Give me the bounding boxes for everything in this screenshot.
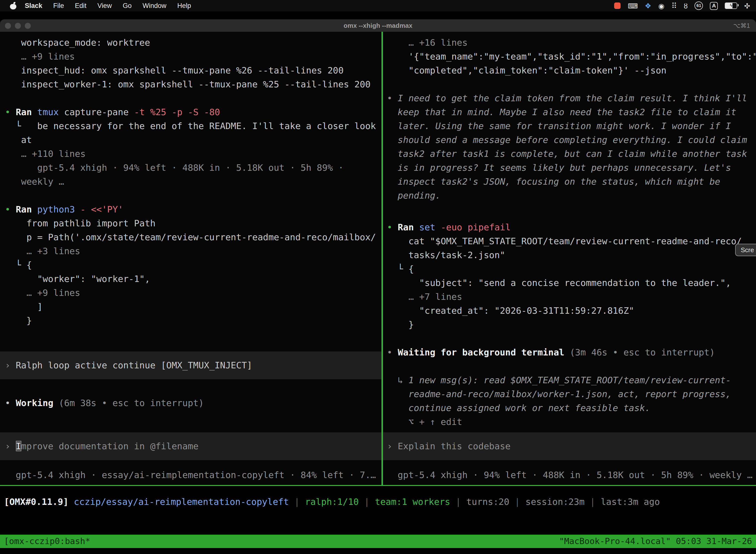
- pane-right-transcript: … +16 lines '{"team_name":"my-team","tas…: [383, 32, 756, 429]
- desktop: Slack FileEditViewGoWindowHelp ⌨❖◉⠿ȣ61Aϟ…: [0, 0, 756, 554]
- screen-edge-tooltip: Scre: [736, 244, 756, 256]
- terminal-line: … +3 lines: [0, 244, 381, 258]
- terminal-body: workspace_mode: worktree … +9 lines insp…: [0, 32, 756, 535]
- window-titlebar[interactable]: omx --xhigh --madmax ⌥⌘1: [0, 19, 756, 32]
- thinking-paragraph: • I need to get the claim token from the…: [383, 91, 756, 203]
- apple-menu-icon[interactable]: [10, 2, 16, 9]
- terminal-line: "subject": "send a concise recommendatio…: [383, 276, 756, 290]
- battery-percent-badge[interactable]: 61: [695, 1, 703, 10]
- omx-status-line: [OMX#0.11.9] cczip/essay/ai-reimplementa…: [0, 486, 756, 535]
- terminal-line: workspace_mode: worktree: [0, 36, 381, 50]
- menu-app-name[interactable]: Slack: [19, 2, 48, 9]
- terminal-pane-right[interactable]: … +16 lines '{"team_name":"my-team","tas…: [383, 32, 756, 485]
- window-title: omx --xhigh --madmax: [0, 22, 756, 29]
- terminal-line: • Waiting for background terminal (3m 46…: [383, 345, 756, 359]
- terminal-line: weekly …: [0, 175, 381, 189]
- menu-file[interactable]: File: [48, 2, 70, 9]
- terminal-line: gpt-5.4 xhigh · essay/ai-reimplementatio…: [0, 468, 381, 482]
- close-button[interactable]: [5, 22, 11, 29]
- pane-left-bottom: › Improve documentation in @filename gpt…: [0, 432, 381, 485]
- menu-edit[interactable]: Edit: [69, 2, 92, 9]
- terminal-line: from pathlib import Path: [0, 216, 381, 230]
- terminal-line: '{"team_name":"my-team","task_id":"1","f…: [383, 50, 756, 63]
- terminal-line: └ {: [0, 258, 381, 272]
- terminal-line: └ {: [383, 262, 756, 276]
- prompt-input[interactable]: › Improve documentation in @filename: [0, 432, 381, 460]
- tmux-host-clock: "MacBook-Pro-44.local" 05:03 31-Mar-26: [559, 535, 752, 548]
- menu-bar: Slack FileEditViewGoWindowHelp ⌨❖◉⠿ȣ61Aϟ…: [0, 0, 756, 11]
- terminal-line: [0, 91, 381, 105]
- terminal-line: … +110 lines: [0, 147, 381, 161]
- terminal-line: ]: [0, 300, 381, 314]
- traffic-lights: [0, 22, 31, 29]
- terminal-line: [383, 332, 756, 345]
- terminal-line: [383, 203, 756, 216]
- terminal-line: [383, 359, 756, 373]
- terminal-line: "created_at": "2026-03-31T11:59:27.816Z": [383, 304, 756, 318]
- tmux-session-window[interactable]: [omx-cczip0:bash*: [4, 535, 90, 548]
- terminal-line: … +16 lines: [383, 36, 756, 50]
- menu-help[interactable]: Help: [172, 2, 197, 9]
- fan-icon[interactable]: ✣: [744, 2, 750, 9]
- terminal-line: tasks/task-2.json": [383, 248, 756, 262]
- terminal-line: }: [0, 314, 381, 328]
- zoom-button[interactable]: [25, 22, 31, 29]
- prompt-input[interactable]: › Explain this codebase: [383, 432, 756, 460]
- ralph-loop-notice: › Ralph loop active continue [OMX_TMUX_I…: [0, 351, 381, 379]
- terminal-line: • Ran python3 - <<'PY': [0, 203, 381, 216]
- battery-icon[interactable]: ϟ: [725, 2, 737, 9]
- terminal-line: "worker": "worker-1",: [0, 272, 381, 286]
- menu-status-icons: ⌨❖◉⠿ȣ61Aϟ✣: [614, 1, 750, 10]
- dots-grid-icon[interactable]: ⠿: [672, 2, 677, 9]
- terminal-pane-left[interactable]: workspace_mode: worktree … +9 lines insp…: [0, 32, 383, 485]
- terminal-line: … +9 lines: [0, 286, 381, 300]
- terminal-line: • Ran set -euo pipefail: [383, 220, 756, 234]
- menu-view[interactable]: View: [92, 2, 117, 9]
- terminal-line: • Working (6m 38s • esc to interrupt): [0, 396, 381, 410]
- terminal-line: [0, 328, 381, 341]
- screen-recording-indicator[interactable]: [614, 2, 621, 9]
- terminal-line: [383, 77, 756, 91]
- terminal-line: [0, 189, 381, 203]
- dark-app-icon[interactable]: ◉: [658, 2, 664, 9]
- terminal-line: … +9 lines: [0, 50, 381, 63]
- terminal-line: ⌥ + ↑ edit: [383, 415, 756, 429]
- terminal-line: cat "$OMX_TEAM_STATE_ROOT/team/review-cu…: [383, 234, 756, 248]
- ghost-app-icon[interactable]: ȣ: [684, 2, 688, 9]
- terminal-line: gpt-5.4 xhigh · 94% left · 488K in · 5.1…: [383, 468, 756, 482]
- terminal-line: └ be necessary for the end of the README…: [0, 119, 381, 133]
- minimize-button[interactable]: [15, 22, 21, 29]
- keyboard-icon[interactable]: ⌨: [628, 2, 638, 9]
- menu-bar-left: Slack FileEditViewGoWindowHelp: [6, 2, 196, 9]
- window-layers-icon[interactable]: ❖: [645, 2, 651, 9]
- window-shortcut-hint: ⌥⌘1: [733, 22, 756, 29]
- menu-go[interactable]: Go: [117, 2, 137, 9]
- tmux-status-bar: [omx-cczip0:bash* "MacBook-Pro-44.local"…: [0, 535, 756, 548]
- input-source-icon[interactable]: A: [710, 2, 718, 10]
- mailbox-notice: ↳ 1 new msg(s): read $OMX_TEAM_STATE_ROO…: [383, 373, 756, 415]
- menu-window[interactable]: Window: [137, 2, 172, 9]
- tmux-panes: workspace_mode: worktree … +9 lines insp…: [0, 32, 756, 486]
- terminal-line: at: [0, 133, 381, 147]
- terminal-window: omx --xhigh --madmax ⌥⌘1 workspace_mode:…: [0, 19, 756, 554]
- pane-left-transcript: workspace_mode: worktree … +9 lines insp…: [0, 32, 381, 410]
- menu-items: FileEditViewGoWindowHelp: [48, 2, 197, 9]
- terminal-line: gpt-5.4 xhigh · 94% left · 488K in · 5.1…: [0, 161, 381, 175]
- terminal-line: p = Path('.omx/state/team/review-current…: [0, 230, 381, 244]
- terminal-line: }: [383, 318, 756, 332]
- terminal-line: "completed","claim_token":"claim-token"}…: [383, 63, 756, 77]
- terminal-line: • Ran tmux capture-pane -t %25 -p -S -80: [0, 105, 381, 119]
- terminal-line: … +7 lines: [383, 290, 756, 304]
- pane-right-bottom: › Explain this codebase gpt-5.4 xhigh · …: [383, 432, 756, 485]
- terminal-line: inspect_hud: omx sparkshell --tmux-pane …: [0, 63, 381, 77]
- terminal-line: inspect_worker-1: omx sparkshell --tmux-…: [0, 77, 381, 91]
